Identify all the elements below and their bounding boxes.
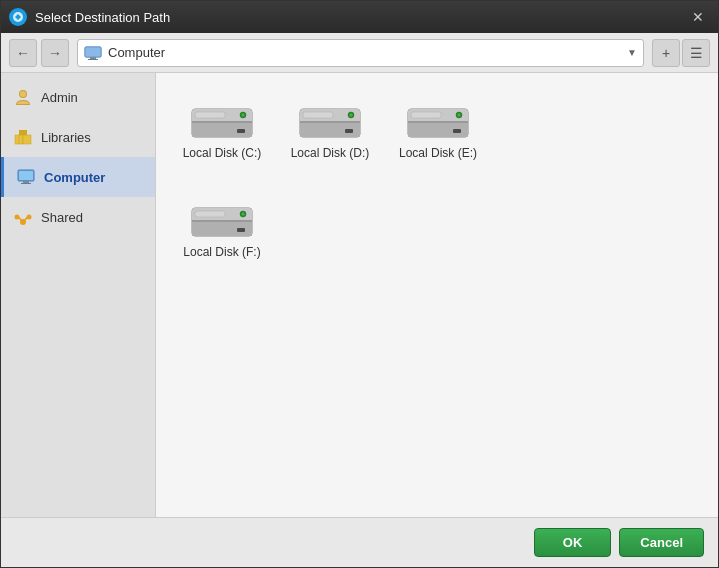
computer-address-icon [84,46,102,60]
svg-point-42 [458,114,461,117]
address-dropdown-icon[interactable]: ▼ [627,47,637,58]
sidebar-libraries-label: Libraries [41,130,91,145]
select-destination-dialog: Select Destination Path ✕ ← → Computer ▼… [0,0,719,568]
svg-rect-24 [237,129,245,133]
toolbar: ← → Computer ▼ + ☰ [1,33,718,73]
svg-rect-14 [21,183,31,184]
ok-button[interactable]: OK [534,528,612,557]
svg-rect-31 [300,121,360,123]
computer-icon [16,167,36,187]
app-icon [9,8,27,26]
address-bar[interactable]: Computer ▼ [77,39,644,67]
drive-d-item[interactable]: Local Disk (D:) [280,89,380,172]
drive-e-icon [403,101,473,146]
svg-rect-51 [195,211,225,217]
svg-rect-48 [237,228,245,232]
svg-rect-12 [19,171,33,180]
sidebar-computer-label: Computer [44,170,105,185]
svg-rect-43 [411,112,441,118]
close-button[interactable]: ✕ [686,5,710,29]
admin-icon [13,87,33,107]
svg-point-34 [350,114,353,117]
drive-d-icon [295,101,365,146]
drive-c-icon [187,101,257,146]
view-button[interactable]: ☰ [682,39,710,67]
new-folder-button[interactable]: + [652,39,680,67]
cancel-button[interactable]: Cancel [619,528,704,557]
shared-icon [13,207,33,227]
main-content: Local Disk (C:) [156,73,718,517]
svg-line-19 [25,218,28,221]
svg-rect-2 [85,47,101,57]
svg-rect-47 [192,220,252,222]
toolbar-actions: + ☰ [652,39,710,67]
sidebar-admin-label: Admin [41,90,78,105]
svg-marker-9 [19,130,27,135]
forward-button[interactable]: → [41,39,69,67]
svg-point-26 [242,114,245,117]
svg-line-18 [19,218,22,221]
title-bar: Select Destination Path ✕ [1,1,718,33]
svg-rect-8 [23,135,31,144]
drive-c-label: Local Disk (C:) [183,146,262,160]
libraries-icon [13,127,33,147]
svg-rect-13 [23,181,29,183]
drive-e-item[interactable]: Local Disk (E:) [388,89,488,172]
svg-point-17 [27,215,32,220]
svg-point-50 [242,213,245,216]
address-text: Computer [108,45,627,60]
svg-point-6 [20,91,26,97]
sidebar: Admin Libraries [1,73,156,517]
sidebar-shared-label: Shared [41,210,83,225]
drive-d-label: Local Disk (D:) [291,146,370,160]
sidebar-item-computer[interactable]: Computer [1,157,155,197]
svg-rect-35 [303,112,333,118]
content-area: Admin Libraries [1,73,718,517]
drive-f-icon [187,200,257,245]
svg-point-16 [15,215,20,220]
drive-f-label: Local Disk (F:) [183,245,260,259]
svg-rect-32 [345,129,353,133]
svg-rect-39 [408,121,468,123]
drive-c-item[interactable]: Local Disk (C:) [172,89,272,172]
sidebar-item-admin[interactable]: Admin [1,77,155,117]
svg-rect-40 [453,129,461,133]
back-button[interactable]: ← [9,39,37,67]
svg-rect-27 [195,112,225,118]
sidebar-item-shared[interactable]: Shared [1,197,155,237]
drive-f-item[interactable]: Local Disk (F:) [172,188,272,271]
svg-rect-4 [88,59,98,60]
svg-rect-23 [192,121,252,123]
drive-e-label: Local Disk (E:) [399,146,477,160]
dialog-title: Select Destination Path [35,10,686,25]
sidebar-item-libraries[interactable]: Libraries [1,117,155,157]
footer: OK Cancel [1,517,718,567]
svg-rect-3 [90,57,96,59]
